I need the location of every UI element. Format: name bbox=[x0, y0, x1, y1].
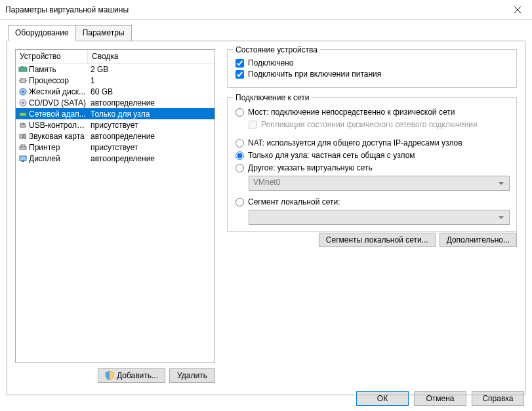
device-list: Устройство Сводка Память2 GBПроцессор1Же… bbox=[15, 49, 215, 363]
device-list-header: Устройство Сводка bbox=[16, 50, 215, 64]
svg-rect-22 bbox=[20, 156, 26, 161]
radio-hostonly-label: Только для узла: частная сеть общая с уз… bbox=[248, 151, 415, 160]
device-summary: присутствует bbox=[88, 121, 215, 130]
device-row[interactable]: Память2 GB bbox=[16, 64, 215, 75]
device-row[interactable]: Принтерприсутствует bbox=[16, 142, 215, 153]
device-name: Процессор bbox=[28, 76, 88, 85]
svg-rect-10 bbox=[26, 80, 27, 81]
device-icon bbox=[16, 66, 28, 73]
radio-lan[interactable] bbox=[235, 198, 244, 206]
device-row[interactable]: Звуковая картаавтоопределение bbox=[16, 130, 215, 142]
device-status-group: Состояние устройства Подключено Подключи… bbox=[227, 49, 517, 88]
device-status-title: Состояние устройства bbox=[233, 45, 320, 54]
connect-power-label: Подключить при включении питания bbox=[248, 69, 381, 79]
network-extra-buttons: Сегменты локальной сети... Дополнительно… bbox=[319, 233, 517, 247]
connect-power-checkbox[interactable] bbox=[235, 70, 244, 79]
device-name: Жесткий диск... bbox=[28, 87, 88, 96]
svg-rect-5 bbox=[22, 66, 23, 68]
radio-bridged-row[interactable]: Мост: подключение непосредственно к физи… bbox=[235, 108, 510, 117]
replicate-checkbox bbox=[249, 121, 257, 129]
svg-rect-20 bbox=[20, 147, 26, 149]
left-column: Устройство Сводка Память2 GBПроцессор1Же… bbox=[15, 49, 215, 387]
radio-hostonly-row[interactable]: Только для узла: частная сеть общая с уз… bbox=[235, 151, 510, 160]
title-bar: Параметры виртуальной машины bbox=[0, 0, 532, 20]
device-row[interactable]: CD/DVD (SATA)автоопределение bbox=[16, 97, 215, 108]
svg-rect-23 bbox=[22, 161, 24, 162]
custom-network-select[interactable]: VMnet0 bbox=[249, 176, 510, 191]
network-title: Подключение к сети bbox=[233, 93, 312, 102]
col-header-summary[interactable]: Сводка bbox=[88, 50, 215, 63]
radio-nat[interactable] bbox=[235, 139, 244, 147]
device-summary: присутствует bbox=[88, 143, 215, 152]
device-icon bbox=[16, 121, 28, 129]
radio-hostonly[interactable] bbox=[235, 151, 244, 160]
svg-rect-9 bbox=[19, 80, 20, 81]
radio-custom[interactable] bbox=[235, 164, 244, 172]
device-buttons: Добавить... Удалить bbox=[15, 368, 215, 383]
svg-rect-21 bbox=[21, 145, 25, 147]
radio-bridged-label: Мост: подключение непосредственно к физи… bbox=[248, 108, 455, 117]
connected-checkbox-row[interactable]: Подключено bbox=[235, 58, 510, 68]
svg-rect-2 bbox=[19, 68, 27, 71]
col-header-device[interactable]: Устройство bbox=[16, 50, 88, 63]
device-icon bbox=[16, 88, 28, 96]
lan-segments-button[interactable]: Сегменты локальной сети... bbox=[319, 233, 436, 247]
svg-rect-18 bbox=[22, 124, 24, 125]
device-summary: автоопределение bbox=[88, 154, 215, 163]
replicate-label: Репликация состояния физического сетевог… bbox=[261, 120, 477, 129]
device-row[interactable]: Сетевой адап...Только для узла bbox=[16, 108, 215, 119]
device-row[interactable]: USB-контроллерприсутствует bbox=[16, 119, 215, 130]
svg-rect-16 bbox=[21, 111, 22, 113]
svg-rect-7 bbox=[25, 66, 26, 68]
remove-button[interactable]: Удалить bbox=[169, 368, 215, 383]
close-icon bbox=[514, 7, 521, 13]
connected-label: Подключено bbox=[248, 58, 293, 68]
replicate-checkbox-row: Репликация состояния физического сетевог… bbox=[249, 120, 510, 129]
device-summary: 60 GB bbox=[88, 87, 215, 96]
window-title: Параметры виртуальной машины bbox=[5, 5, 129, 14]
lan-select-wrap bbox=[249, 210, 510, 225]
device-name: CD/DVD (SATA) bbox=[28, 98, 88, 108]
device-name: Звуковая карта bbox=[28, 132, 88, 141]
connect-power-checkbox-row[interactable]: Подключить при включении питания bbox=[235, 69, 510, 79]
content-panel: Устройство Сводка Память2 GBПроцессор1Же… bbox=[7, 41, 525, 395]
tab-hardware[interactable]: Оборудование bbox=[8, 25, 76, 41]
device-row[interactable]: Жесткий диск...60 GB bbox=[16, 86, 215, 97]
device-name: Сетевой адап... bbox=[28, 109, 88, 119]
device-icon bbox=[16, 99, 28, 107]
connected-checkbox[interactable] bbox=[235, 59, 244, 68]
svg-point-14 bbox=[22, 102, 24, 104]
device-name: Принтер bbox=[28, 143, 88, 152]
radio-nat-label: NAT: используется для общего доступа IP-… bbox=[248, 138, 462, 147]
radio-nat-row[interactable]: NAT: используется для общего доступа IP-… bbox=[235, 138, 510, 147]
device-summary: Только для узла bbox=[88, 109, 215, 119]
device-icon bbox=[16, 110, 28, 118]
radio-bridged[interactable] bbox=[235, 108, 244, 117]
add-button-label: Добавить... bbox=[117, 371, 158, 380]
close-button[interactable] bbox=[502, 0, 532, 20]
radio-lan-row[interactable]: Сегмент локальной сети: bbox=[235, 197, 510, 206]
svg-rect-4 bbox=[21, 66, 22, 68]
device-icon bbox=[16, 155, 28, 163]
custom-select-wrap: VMnet0 bbox=[249, 176, 510, 191]
svg-point-12 bbox=[22, 90, 24, 92]
tab-strip: Оборудование Параметры bbox=[8, 25, 532, 41]
right-column: Состояние устройства Подключено Подключи… bbox=[227, 49, 517, 387]
device-summary: 1 bbox=[88, 76, 215, 85]
tab-options[interactable]: Параметры bbox=[75, 25, 132, 41]
radio-custom-row[interactable]: Другое: указать виртуальную сеть bbox=[235, 163, 510, 172]
svg-rect-19 bbox=[20, 134, 23, 138]
svg-rect-8 bbox=[20, 79, 26, 83]
device-name: Дисплей bbox=[28, 154, 88, 163]
device-name: Память bbox=[28, 65, 88, 74]
lan-segment-select[interactable] bbox=[249, 210, 510, 225]
device-summary: автоопределение bbox=[88, 98, 215, 108]
svg-rect-15 bbox=[20, 113, 26, 116]
add-button[interactable]: Добавить... bbox=[98, 368, 165, 383]
device-row[interactable]: Процессор1 bbox=[16, 75, 215, 86]
svg-rect-6 bbox=[24, 66, 24, 68]
device-row[interactable]: Дисплейавтоопределение bbox=[16, 153, 215, 164]
advanced-button[interactable]: Дополнительно... bbox=[440, 233, 517, 247]
custom-network-value: VMnet0 bbox=[253, 178, 280, 187]
device-summary: автоопределение bbox=[88, 132, 215, 141]
